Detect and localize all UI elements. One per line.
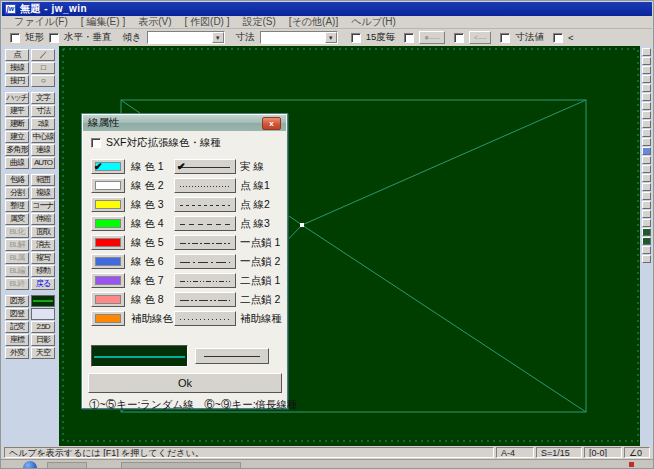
sidebar-tool-日影[interactable]: 日影 xyxy=(31,334,55,346)
dot-line-checkbox[interactable] xyxy=(404,33,414,43)
tray-icon[interactable] xyxy=(629,462,634,467)
sidebar-tool-○[interactable]: ○ xyxy=(31,75,55,87)
sidebar-tool-AUTO[interactable]: AUTO xyxy=(31,157,55,169)
layer-button[interactable] xyxy=(642,246,651,254)
horizontal-vertical-checkbox[interactable] xyxy=(49,33,59,43)
color-button-5[interactable] xyxy=(91,235,125,250)
status-scale[interactable]: S=1/15 xyxy=(536,447,582,458)
layer-button[interactable] xyxy=(642,165,651,173)
sidebar-tool-曲線[interactable]: 曲線 xyxy=(5,157,29,169)
layer-button[interactable] xyxy=(642,192,651,200)
menu-item[interactable]: 設定(S) xyxy=(237,15,282,29)
layer-button[interactable] xyxy=(642,120,651,128)
sidebar-tool-接円[interactable]: 接円 xyxy=(5,75,29,87)
dialog-title-bar[interactable]: 線属性 x xyxy=(83,115,286,131)
layer-button[interactable] xyxy=(642,75,651,83)
dimension-combobox[interactable]: ▼ xyxy=(260,31,338,44)
sidebar-tool-点[interactable]: 点 xyxy=(5,49,29,61)
layer-button[interactable] xyxy=(642,111,651,119)
arrow-line-checkbox[interactable] xyxy=(454,33,464,43)
layer-button[interactable] xyxy=(642,219,651,227)
sidebar-tool-文字[interactable]: 文字 xyxy=(31,92,55,104)
menu-item[interactable]: 表示(V) xyxy=(132,15,177,29)
sidebar-tool-BL終[interactable]: BL終 xyxy=(5,278,29,290)
color-button-8[interactable] xyxy=(91,292,125,307)
sidebar-tool-戻る[interactable]: 戻る xyxy=(31,278,55,290)
sidebar-tool-整理[interactable]: 整理 xyxy=(5,200,29,212)
sidebar-tool-接線[interactable]: 接線 xyxy=(5,62,29,74)
layer-button[interactable] xyxy=(642,102,651,110)
sidebar-tool-分割[interactable]: 分割 xyxy=(5,187,29,199)
sidebar-tool-多角形[interactable]: 多角形 xyxy=(5,144,29,156)
sidebar-tool-天空[interactable]: 天空 xyxy=(31,347,55,359)
linetype-button-3[interactable] xyxy=(174,197,236,212)
sidebar-tool-／[interactable]: ／ xyxy=(31,49,55,61)
linetype-button-1[interactable]: ✔ xyxy=(174,159,236,174)
layer-button[interactable] xyxy=(642,138,651,146)
layer-button[interactable] xyxy=(642,210,651,218)
linetype-button-9[interactable] xyxy=(174,311,236,326)
color-button-1[interactable]: ✔ xyxy=(91,159,125,174)
ok-button[interactable]: Ok xyxy=(88,373,282,393)
sidebar-tool-面取[interactable]: 面取 xyxy=(31,226,55,238)
close-icon[interactable]: x xyxy=(262,117,281,130)
linetype-button-5[interactable] xyxy=(174,235,236,250)
sidebar-tool-建平[interactable]: 建平 xyxy=(5,105,29,117)
sidebar-tool-外変[interactable]: 外変 xyxy=(5,347,29,359)
sidebar-tool-建断[interactable]: 建断 xyxy=(5,118,29,130)
current-color-swatch[interactable] xyxy=(31,295,55,307)
sidebar-tool-座標[interactable]: 座標 xyxy=(5,334,29,346)
layer-button[interactable] xyxy=(642,84,651,92)
sidebar-tool-図形[interactable]: 図形 xyxy=(5,295,29,307)
sidebar-tool-BL化[interactable]: BL化 xyxy=(5,226,29,238)
sidebar-tool-寸法[interactable]: 寸法 xyxy=(31,105,55,117)
layer-button[interactable] xyxy=(642,48,651,56)
linetype-button-7[interactable] xyxy=(174,273,236,288)
start-orb-icon[interactable] xyxy=(23,461,37,468)
sidebar-tool-移動[interactable]: 移動 xyxy=(31,265,55,277)
sidebar-tool-複線[interactable]: 複線 xyxy=(31,187,55,199)
color-button-9[interactable] xyxy=(91,311,125,326)
layer-button[interactable] xyxy=(642,156,651,164)
current-linetype-swatch[interactable] xyxy=(31,308,55,320)
sidebar-tool-BL解[interactable]: BL解 xyxy=(5,239,29,251)
chevron-down-icon[interactable]: ▼ xyxy=(325,32,337,43)
sxf-checkbox[interactable] xyxy=(91,138,101,148)
sidebar-tool-複写[interactable]: 複写 xyxy=(31,252,55,264)
menu-item[interactable]: ヘルプ(H) xyxy=(345,15,402,29)
sidebar-tool-伸縮[interactable]: 伸縮 xyxy=(31,213,55,225)
linetype-button-6[interactable] xyxy=(174,254,236,269)
status-layer[interactable]: [0-0] xyxy=(584,447,622,458)
sidebar-tool-建立[interactable]: 建立 xyxy=(5,131,29,143)
sidebar-tool-2線[interactable]: 2線 xyxy=(31,118,55,130)
sidebar-tool-図登[interactable]: 図登 xyxy=(5,308,29,320)
sidebar-tool-2.5D[interactable]: 2.5D xyxy=(31,321,55,333)
menu-item[interactable]: [ 作図(D) ] xyxy=(179,15,236,29)
layer-button[interactable] xyxy=(642,66,651,74)
menu-item[interactable]: [その他(A)] xyxy=(283,15,344,29)
layer-button[interactable] xyxy=(642,237,651,245)
deg15-checkbox[interactable] xyxy=(351,33,361,43)
sidebar-tool-包絡[interactable]: 包絡 xyxy=(5,174,29,186)
dimvalue-checkbox[interactable] xyxy=(500,33,510,43)
layer-button[interactable] xyxy=(642,57,651,65)
sidebar-tool-記変[interactable]: 記変 xyxy=(5,321,29,333)
taskbar-item[interactable] xyxy=(121,462,241,468)
sidebar-tool-BL属[interactable]: BL属 xyxy=(5,252,29,264)
status-paper-size[interactable]: A-4 xyxy=(496,447,534,458)
color-button-3[interactable] xyxy=(91,197,125,212)
angle-checkbox[interactable] xyxy=(553,33,563,43)
color-button-2[interactable] xyxy=(91,178,125,193)
color-button-4[interactable] xyxy=(91,216,125,231)
menu-item[interactable]: ファイル(F) xyxy=(8,15,74,29)
layer-button[interactable] xyxy=(642,147,651,155)
layer-button[interactable] xyxy=(642,129,651,137)
sidebar-tool-□[interactable]: □ xyxy=(31,62,55,74)
layer-button[interactable] xyxy=(642,228,651,236)
slope-combobox[interactable]: ▼ xyxy=(147,31,225,44)
sidebar-tool-コーナー[interactable]: コーナー xyxy=(31,200,55,212)
chevron-down-icon[interactable]: ▼ xyxy=(212,32,224,43)
layer-button[interactable] xyxy=(642,255,651,263)
sidebar-tool-範囲[interactable]: 範囲 xyxy=(31,174,55,186)
layer-button[interactable] xyxy=(642,183,651,191)
